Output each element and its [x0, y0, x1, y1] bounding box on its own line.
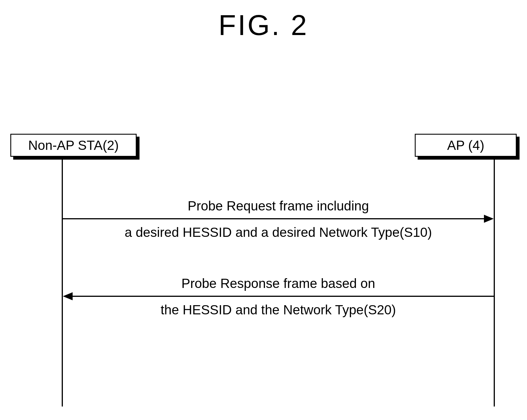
diagram-canvas: FIG. 2 Non-AP STA(2) AP (4) Probe Reques… [0, 0, 527, 420]
actor-left-label: Non-AP STA(2) [28, 138, 119, 153]
msg2-label-line1: Probe Response frame based on [63, 276, 494, 291]
lifeline-ap [494, 157, 495, 407]
msg1-arrow-head [484, 215, 494, 223]
msg1-label-line1: Probe Request frame including [63, 198, 494, 214]
actor-non-ap-sta: Non-AP STA(2) [10, 134, 137, 157]
msg2-label-line2: the HESSID and the Network Type(S20) [63, 302, 494, 318]
msg2-arrow-line [72, 296, 495, 297]
msg2-arrow-head [63, 292, 73, 300]
figure-title: FIG. 2 [0, 9, 527, 42]
actor-right-label: AP (4) [447, 138, 485, 153]
actor-ap: AP (4) [415, 134, 517, 157]
msg1-arrow-line [63, 218, 485, 219]
msg1-label-line2: a desired HESSID and a desired Network T… [63, 224, 494, 240]
